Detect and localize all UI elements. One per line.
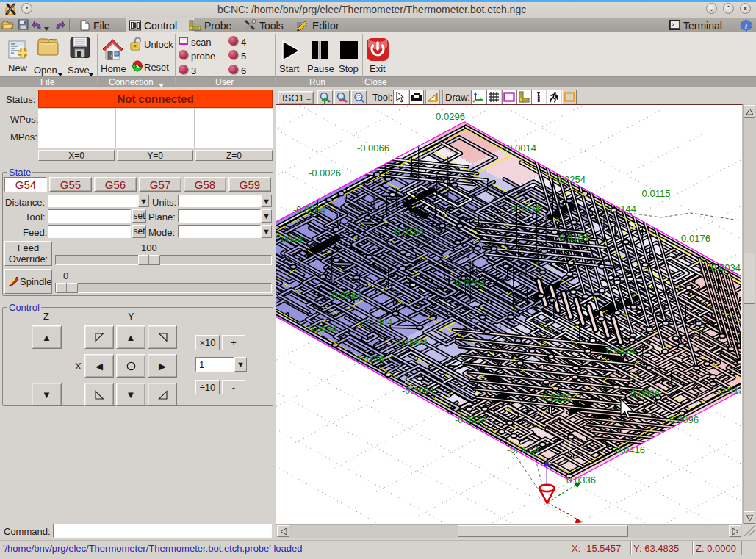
svg-text:0.0136: 0.0136: [720, 385, 741, 396]
svg-text:-0.0164: -0.0164: [392, 226, 424, 237]
svg-text:0.0104: 0.0104: [559, 232, 588, 243]
svg-text:0.0264: 0.0264: [456, 278, 485, 289]
svg-text:-0.0384: -0.0384: [360, 317, 392, 328]
svg-text:0.0115: 0.0115: [642, 188, 671, 199]
svg-text:0.0424: 0.0424: [606, 345, 636, 356]
svg-text:-0.0434: -0.0434: [305, 323, 337, 334]
svg-text:-0.0094: -0.0094: [402, 385, 434, 396]
svg-text:0.0144: 0.0144: [607, 203, 636, 214]
svg-text:-0.0066: -0.0066: [357, 143, 389, 154]
svg-text:-0.0014: -0.0014: [504, 143, 536, 154]
svg-text:0.0176: 0.0176: [681, 233, 710, 244]
svg-text:0.0204: 0.0204: [511, 203, 540, 214]
svg-text:-0.0026: -0.0026: [309, 167, 341, 178]
svg-text:-0.0224: -0.0224: [455, 414, 487, 425]
svg-text:-0.0024: -0.0024: [395, 336, 428, 347]
svg-text:0.0296: 0.0296: [436, 111, 465, 122]
svg-text:-0.0044: -0.0044: [276, 234, 303, 245]
svg-text:-0.0084: -0.0084: [329, 290, 361, 301]
svg-text:-0.0284: -0.0284: [352, 353, 384, 364]
svg-text:0.0236: 0.0236: [542, 392, 572, 403]
svg-text:0.0696: 0.0696: [630, 388, 660, 399]
